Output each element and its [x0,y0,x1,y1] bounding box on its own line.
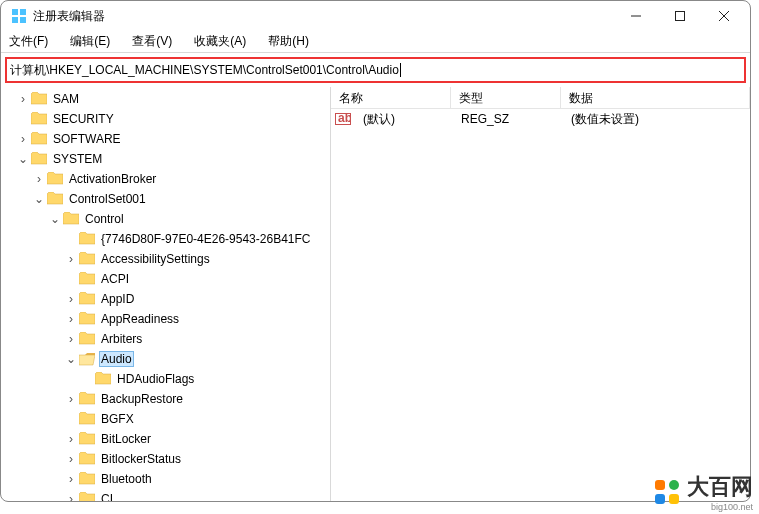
tree-label: {7746D80F-97E0-4E26-9543-26B41FC [99,232,312,246]
window-buttons [614,1,746,31]
tree-item-appreadiness[interactable]: › AppReadiness [1,309,330,329]
chevron-right-icon[interactable]: › [65,493,77,502]
chevron-right-icon[interactable]: › [17,133,29,145]
chevron-right-icon[interactable]: › [65,453,77,465]
value-row[interactable]: ab (默认) REG_SZ (数值未设置) [331,109,750,129]
tree-item-control[interactable]: ⌄ Control [1,209,330,229]
maximize-button[interactable] [658,1,702,31]
chevron-right-icon[interactable]: › [65,253,77,265]
tree-view[interactable]: › SAM › SECURITY › SOFTWARE ⌄ SYSTEM › [1,87,331,502]
minimize-button[interactable] [614,1,658,31]
tree-item-bluetooth[interactable]: › Bluetooth [1,469,330,489]
tree-item-bgfx[interactable]: › BGFX [1,409,330,429]
watermark-text: 大百网 [687,474,753,499]
tree-item-acpi[interactable]: › ACPI [1,269,330,289]
details-view[interactable]: 名称 类型 数据 ab (默认) REG_SZ (数值未设置) [331,87,750,502]
window-title: 注册表编辑器 [33,8,614,25]
tree-item-audio[interactable]: ⌄ Audio [1,349,330,369]
tree-item-activationbroker[interactable]: › ActivationBroker [1,169,330,189]
menu-file[interactable]: 文件(F) [5,31,52,52]
chevron-right-icon[interactable]: › [17,93,29,105]
tree-label: ControlSet001 [67,192,148,206]
folder-icon [79,332,95,346]
chevron-right-icon[interactable]: › [65,293,77,305]
folder-icon [63,212,79,226]
string-value-icon: ab [335,111,351,127]
folder-icon [47,192,63,206]
folder-icon [79,312,95,326]
tree-item-arbiters[interactable]: › Arbiters [1,329,330,349]
svg-text:ab: ab [338,111,351,125]
tree-label: Audio [99,351,134,367]
folder-icon [79,272,95,286]
folder-icon [79,432,95,446]
address-highlight: 计算机\HKEY_LOCAL_MACHINE\SYSTEM\ControlSet… [5,57,746,83]
tree-item-backuprestore[interactable]: › BackupRestore [1,389,330,409]
column-data[interactable]: 数据 [561,87,750,108]
tree-label: SOFTWARE [51,132,123,146]
tree-label: BGFX [99,412,136,426]
svg-rect-13 [669,494,679,504]
value-type: REG_SZ [453,112,563,126]
column-header: 名称 类型 数据 [331,87,750,109]
value-name: (默认) [355,111,453,128]
tree-label: SAM [51,92,81,106]
tree-item-accessibility[interactable]: › AccessibilitySettings [1,249,330,269]
tree-label: BitlockerStatus [99,452,183,466]
tree-item-controlset001[interactable]: ⌄ ControlSet001 [1,189,330,209]
folder-icon [79,492,95,502]
folder-icon [79,472,95,486]
chevron-down-icon[interactable]: ⌄ [49,213,61,225]
watermark-url: big100.net [687,502,753,512]
folder-icon [31,112,47,126]
tree-label: Arbiters [99,332,144,346]
svg-rect-2 [12,17,18,23]
menu-favorites[interactable]: 收藏夹(A) [190,31,250,52]
address-bar[interactable]: 计算机\HKEY_LOCAL_MACHINE\SYSTEM\ControlSet… [8,60,743,80]
menu-view[interactable]: 查看(V) [128,31,176,52]
tree-item-bitlockerstatus[interactable]: › BitlockerStatus [1,449,330,469]
close-button[interactable] [702,1,746,31]
tree-item-software[interactable]: › SOFTWARE [1,129,330,149]
tree-item-system[interactable]: ⌄ SYSTEM [1,149,330,169]
folder-icon [79,392,95,406]
titlebar: 注册表编辑器 [1,1,750,31]
chevron-right-icon[interactable]: › [65,313,77,325]
menu-help[interactable]: 帮助(H) [264,31,313,52]
chevron-right-icon[interactable]: › [65,473,77,485]
tree-label: AppID [99,292,136,306]
tree-label: BackupRestore [99,392,185,406]
column-name[interactable]: 名称 [331,87,451,108]
tree-label: AccessibilitySettings [99,252,212,266]
app-icon [11,8,27,24]
menu-edit[interactable]: 编辑(E) [66,31,114,52]
tree-item-bitlocker[interactable]: › BitLocker [1,429,330,449]
tree-item-hdaudioflags[interactable]: › HDAudioFlags [1,369,330,389]
tree-item-appid[interactable]: › AppID [1,289,330,309]
chevron-down-icon[interactable]: ⌄ [33,193,45,205]
chevron-down-icon[interactable]: ⌄ [17,153,29,165]
menubar: 文件(F) 编辑(E) 查看(V) 收藏夹(A) 帮助(H) [1,31,750,53]
tree-label: HDAudioFlags [115,372,196,386]
chevron-right-icon[interactable]: › [65,393,77,405]
tree-label: BitLocker [99,432,153,446]
watermark-logo-icon [653,478,681,506]
folder-icon [31,152,47,166]
chevron-right-icon[interactable]: › [65,333,77,345]
svg-rect-12 [655,494,665,504]
folder-icon [79,252,95,266]
chevron-right-icon[interactable]: › [65,433,77,445]
tree-label: ActivationBroker [67,172,158,186]
tree-label: Bluetooth [99,472,154,486]
column-type[interactable]: 类型 [451,87,561,108]
tree-item-security[interactable]: › SECURITY [1,109,330,129]
tree-item-ci[interactable]: › CI [1,489,330,502]
tree-item-guid[interactable]: › {7746D80F-97E0-4E26-9543-26B41FC [1,229,330,249]
chevron-down-icon[interactable]: ⌄ [65,353,77,365]
watermark: 大百网 big100.net [653,472,753,512]
folder-open-icon [79,352,95,366]
tree-item-sam[interactable]: › SAM [1,89,330,109]
svg-rect-3 [20,17,26,23]
tree-label: SYSTEM [51,152,104,166]
chevron-right-icon[interactable]: › [33,173,45,185]
